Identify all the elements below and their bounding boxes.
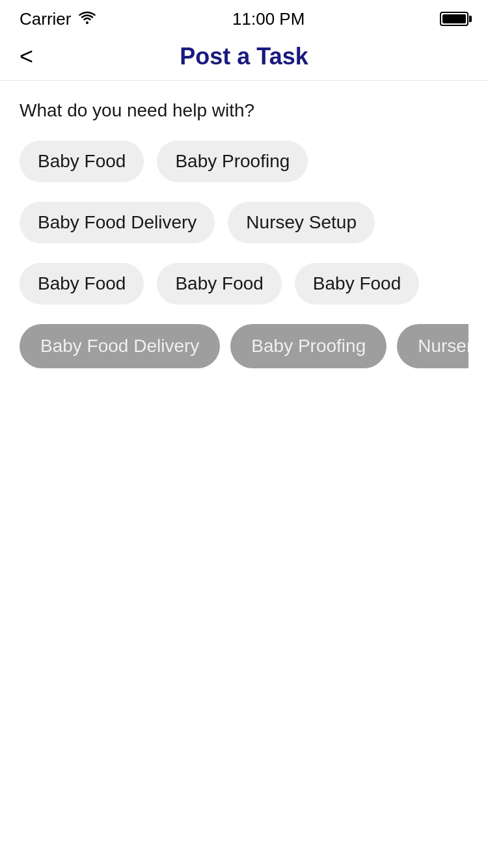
svg-point-0: [86, 21, 88, 24]
status-left: Carrier: [20, 9, 97, 29]
wifi-icon: [77, 9, 97, 29]
selected-chip-2[interactable]: Baby Proofing: [230, 324, 386, 368]
selected-chip-3[interactable]: Nursery: [397, 324, 468, 368]
back-button[interactable]: <: [20, 45, 33, 68]
chip-baby-proofing-1[interactable]: Baby Proofing: [157, 141, 308, 182]
nav-bar: < Post a Task: [0, 35, 488, 81]
chip-baby-food-1[interactable]: Baby Food: [20, 141, 144, 182]
chip-nursery-setup-1[interactable]: Nursey Setup: [228, 202, 375, 243]
tag-row-2: Baby Food Delivery Nursey Setup: [20, 202, 468, 243]
battery-container: [440, 12, 468, 26]
page-title: Post a Task: [180, 43, 308, 70]
main-content: What do you need help with? Baby Food Ba…: [0, 81, 488, 368]
chip-baby-food-4[interactable]: Baby Food: [295, 263, 419, 305]
chip-baby-food-2[interactable]: Baby Food: [20, 263, 144, 305]
tag-row-3: Baby Food Baby Food Baby Food: [20, 263, 468, 305]
battery-fill: [442, 14, 466, 23]
status-bar: Carrier 11:00 PM: [0, 0, 488, 35]
chip-baby-food-3[interactable]: Baby Food: [157, 263, 281, 305]
section-question: What do you need help with?: [20, 100, 468, 121]
battery-icon: [440, 12, 468, 26]
tag-row-1: Baby Food Baby Proofing: [20, 141, 468, 182]
status-time: 11:00 PM: [232, 9, 305, 29]
carrier-label: Carrier: [20, 9, 71, 29]
selected-chip-1[interactable]: Baby Food Delivery: [20, 324, 220, 368]
selected-tag-row: Baby Food Delivery Baby Proofing Nursery: [0, 324, 468, 368]
chip-baby-food-delivery-1[interactable]: Baby Food Delivery: [20, 202, 215, 243]
